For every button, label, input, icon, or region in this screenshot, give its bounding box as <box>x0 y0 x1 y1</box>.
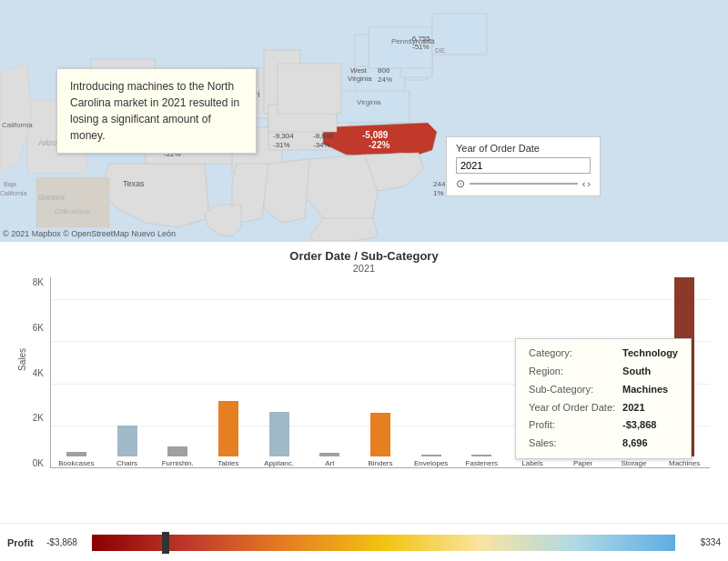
bar-label-12: Machines <box>669 459 700 467</box>
svg-text:California: California <box>0 190 27 196</box>
bar-label-9: Labels <box>521 459 543 467</box>
tooltip-sales-value: 8,696 <box>619 435 682 453</box>
year-filter-controls: ⊙ ‹ › <box>456 177 591 190</box>
y-tick-6K: 6K <box>33 323 44 333</box>
bar-envelopes[interactable] <box>421 455 441 456</box>
tooltip-sales-label: Sales: <box>525 435 619 453</box>
bar-label-8: Fasteners <box>466 459 499 467</box>
tooltip-region-value: South <box>619 363 682 381</box>
svg-text:Virginia: Virginia <box>357 98 381 106</box>
y-tick-0K: 0K <box>33 458 44 468</box>
bar-fasteners[interactable] <box>471 455 491 456</box>
svg-text:Baja: Baja <box>4 181 16 188</box>
bar-label-7: Envelopes <box>414 459 448 467</box>
svg-text:-51%: -51% <box>412 43 430 51</box>
bar-furnishin.[interactable] <box>167 446 187 456</box>
svg-text:Sonora: Sonora <box>38 193 65 202</box>
bar-applianc.[interactable] <box>269 412 289 456</box>
tooltip-category-label: Category: <box>525 345 619 363</box>
svg-text:California: California <box>2 121 33 129</box>
svg-text:Virginia: Virginia <box>348 75 372 83</box>
svg-rect-22 <box>278 64 341 114</box>
map-credit: © 2021 Mapbox © OpenStreetMap Nuevo León <box>3 229 176 238</box>
next-arrow[interactable]: › <box>587 178 591 189</box>
svg-text:244: 244 <box>433 180 446 188</box>
bar-binders[interactable] <box>370 413 390 456</box>
svg-text:-9,304: -9,304 <box>273 132 294 140</box>
profit-value-right: $334 <box>682 537 721 547</box>
bar-group-5[interactable]: Art <box>304 277 355 467</box>
bar-group-0[interactable]: Bookcases <box>51 277 102 467</box>
prev-arrow[interactable]: ‹ <box>582 178 586 189</box>
tooltip-year-label: Year of Order Date: <box>525 399 619 417</box>
svg-text:-22%: -22% <box>369 140 389 150</box>
chart-tooltip: Category: Technology Region: South Sub-C… <box>515 338 692 459</box>
svg-text:West: West <box>350 66 368 75</box>
profit-gradient-bar <box>92 535 675 551</box>
bar-label-6: Binders <box>368 459 392 467</box>
map-section: Arizona Sonora Chihuahua Colorado Kansas… <box>0 0 728 241</box>
bar-label-0: Bookcases <box>58 459 94 467</box>
bar-label-10: Paper <box>573 459 592 467</box>
svg-text:Texas: Texas <box>123 179 145 188</box>
bar-group-2[interactable]: Furnishin. <box>152 277 203 467</box>
bar-tables[interactable] <box>218 401 238 456</box>
bar-bookcases[interactable] <box>66 452 86 456</box>
chart-section: Order Date / Sub-Category 2021 Sales 0K2… <box>0 241 728 523</box>
year-filter[interactable]: Year of Order Date ⊙ ‹ › <box>446 136 601 196</box>
bar-label-1: Chairs <box>116 459 137 467</box>
profit-label: Profit <box>7 537 39 548</box>
chart-subtitle: 2021 <box>0 263 728 274</box>
svg-text:-6,755: -6,755 <box>410 35 430 43</box>
bar-label-2: Furnishin. <box>162 459 194 467</box>
tooltip-profit-label: Profit: <box>525 416 619 435</box>
chart-area: Sales 0K2K4K6K8K BookcasesChairsFurnishi… <box>18 277 710 486</box>
svg-marker-18 <box>262 159 309 223</box>
tooltip-subcategory-value: Machines <box>619 381 682 399</box>
bar-label-3: Tables <box>217 459 238 467</box>
annotation-box: Introducing machines to the North Caroli… <box>56 68 257 154</box>
svg-text:-31%: -31% <box>273 141 290 149</box>
bar-group-4[interactable]: Applianc. <box>254 277 305 467</box>
radio-icon[interactable]: ⊙ <box>456 177 465 190</box>
profit-value-left: -$3,868 <box>46 537 85 547</box>
svg-text:DE: DE <box>435 46 445 55</box>
year-filter-label: Year of Order Date <box>456 143 591 154</box>
svg-text:1%: 1% <box>433 189 444 197</box>
y-tick-2K: 2K <box>33 413 44 423</box>
svg-text:-8,646: -8,646 <box>313 132 334 140</box>
year-slider-track[interactable] <box>470 183 578 185</box>
svg-text:Chihuahua: Chihuahua <box>55 207 90 215</box>
y-axis: 0K2K4K6K8K <box>18 277 47 468</box>
bar-chairs[interactable] <box>117 426 137 456</box>
bar-group-6[interactable]: Binders <box>355 277 406 467</box>
bar-group-1[interactable]: Chairs <box>102 277 153 467</box>
chart-title: Order Date / Sub-Category <box>0 249 728 263</box>
svg-text:806: 806 <box>378 66 390 75</box>
profit-section: Profit -$3,868 $334 <box>0 523 728 561</box>
bar-label-5: Art <box>325 459 334 467</box>
year-filter-input[interactable] <box>456 157 591 174</box>
tooltip-year-value: 2021 <box>619 399 682 417</box>
svg-rect-13 <box>337 91 410 123</box>
bar-label-4: Applianc. <box>264 459 294 467</box>
y-tick-4K: 4K <box>33 368 44 378</box>
bar-label-11: Storage <box>621 459 646 467</box>
tooltip-category-value: Technology <box>619 345 682 363</box>
bar-art[interactable] <box>319 453 339 456</box>
tooltip-profit-value: -$3,868 <box>619 416 682 435</box>
bar-group-7[interactable]: Envelopes <box>406 277 457 467</box>
annotation-text: Introducing machines to the North Caroli… <box>70 80 239 142</box>
svg-rect-27 <box>36 177 109 227</box>
svg-text:-5,089: -5,089 <box>362 130 389 140</box>
bar-group-8[interactable]: Fasteners <box>457 277 508 467</box>
tooltip-subcategory-label: Sub-Category: <box>525 381 619 399</box>
profit-indicator <box>162 532 169 554</box>
svg-text:24%: 24% <box>378 75 392 84</box>
y-tick-8K: 8K <box>33 277 44 287</box>
svg-text:-34%: -34% <box>313 141 330 149</box>
bar-group-3[interactable]: Tables <box>203 277 254 467</box>
tooltip-region-label: Region: <box>525 363 619 381</box>
